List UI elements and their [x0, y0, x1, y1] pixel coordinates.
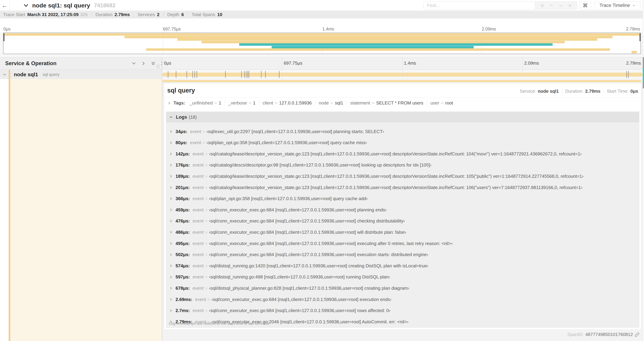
log-entry[interactable]: 80μs: event = ‹sql/plan_opt.go:358 [nsql… — [166, 137, 639, 148]
back-button[interactable]: ← — [0, 0, 10, 11]
log-entry[interactable]: 34μs: event = ‹sql/exec_util.go:2297 [ns… — [166, 126, 639, 137]
scope-icon[interactable] — [540, 3, 544, 8]
log-equals: = — [202, 129, 205, 134]
chevron-right-icon[interactable] — [169, 174, 173, 178]
trace-stat: Duration 2.79ms — [92, 12, 134, 17]
stat-value: 2 — [157, 12, 160, 17]
chevron-right-icon[interactable] — [169, 208, 173, 212]
log-entry[interactable]: 366μs: event = ‹sql/plan_opt.go:358 [nsq… — [166, 193, 639, 204]
chevron-right-icon[interactable] — [169, 309, 173, 312]
log-entry[interactable]: 2.69ms: event = ‹sql/conn_executor_exec.… — [166, 294, 639, 305]
chevron-right-icon[interactable] — [169, 163, 173, 167]
minimap-left-drag-handle[interactable] — [4, 33, 4, 41]
clear-find-icon[interactable] — [568, 3, 572, 8]
log-field-value: ‹sql/catalog/lease/descriptor_version_st… — [209, 174, 584, 179]
chevron-right-icon[interactable] — [169, 241, 173, 245]
chevron-right-icon[interactable] — [169, 130, 173, 133]
chevron-right-icon[interactable] — [169, 253, 173, 257]
log-entry[interactable]: 678μs: event = ‹sql/distsql_physical_pla… — [166, 283, 639, 294]
chevron-down-icon[interactable] — [2, 72, 7, 77]
tag-item[interactable]: _verbose = 1 — [225, 101, 259, 106]
tag-item[interactable]: client = 127.0.0.1:59936 — [259, 101, 316, 106]
chevron-right-icon[interactable] — [169, 264, 173, 268]
meta-value: node sql1 — [538, 89, 559, 94]
chevron-right-icon[interactable] — [169, 186, 173, 189]
collapse-all-button[interactable] — [150, 61, 156, 66]
column-resize-handle[interactable]: || — [157, 63, 160, 69]
next-match-icon[interactable] — [558, 3, 563, 8]
timeline-tick-label: 1.4ms — [404, 61, 416, 66]
log-field-value: ‹sql/distsql_running.go:498 [nsql1,clien… — [209, 274, 390, 280]
chevron-down-icon[interactable] — [23, 2, 29, 9]
chevron-right-icon[interactable] — [169, 275, 173, 279]
log-timestamp: 486μs: — [176, 230, 190, 235]
tag-item[interactable]: statement = SELECT * FROM users — [347, 101, 427, 106]
chevron-right-icon[interactable] — [169, 297, 173, 301]
span-row-timeline[interactable] — [162, 70, 644, 79]
tags-row[interactable]: Tags: _unfinished = 1 _verbose = 1 clien… — [164, 98, 641, 109]
log-entry[interactable]: 495μs: event = ‹sql/conn_executor_exec.g… — [166, 238, 639, 249]
stat-value: 10 — [217, 12, 222, 17]
log-entry[interactable]: 597μs: event = ‹sql/distsql_running.go:4… — [166, 271, 639, 283]
minimap-right-drag-handle[interactable] — [640, 33, 640, 41]
log-entry[interactable]: 574μs: event = ‹sql/distsql_running.go:1… — [166, 260, 639, 271]
chevron-right-icon[interactable] — [169, 152, 173, 156]
log-entry[interactable]: 476μs: event = ‹sql/conn_executor_exec.g… — [166, 216, 639, 227]
find-input[interactable] — [424, 2, 535, 9]
chevron-right-icon[interactable] — [169, 286, 173, 290]
log-field-value: ‹sql/distsql_running.go:1420 [nsql1,clie… — [209, 263, 428, 269]
service-operation-header: Service & Operation || — [0, 57, 162, 70]
log-entry[interactable]: 201μs: event = ‹sql/catalog/lease/descri… — [166, 182, 639, 193]
tags-label: Tags: — [174, 100, 185, 106]
chevron-right-icon[interactable] — [169, 230, 173, 234]
deep-link-icon[interactable] — [635, 332, 640, 337]
log-entry[interactable]: 176μs: event = ‹sql/catalog/descs/descri… — [166, 160, 639, 171]
stat-value: 2.79ms — [114, 12, 130, 17]
log-event-tick — [225, 71, 226, 78]
chevron-right-icon[interactable] — [169, 197, 173, 201]
log-entry[interactable]: 2.7ms: event = ‹sql/conn_executor_exec.g… — [166, 305, 639, 316]
tag-item[interactable]: user = root — [427, 101, 456, 106]
tag-item[interactable]: node = sql1 — [316, 101, 347, 106]
chevron-right-icon[interactable] — [169, 141, 173, 145]
log-field-key: event — [195, 297, 206, 302]
chevron-right-icon[interactable] — [169, 219, 173, 223]
log-entry[interactable]: 502μs: event = ‹sql/conn_executor_exec.g… — [166, 249, 639, 260]
log-field-key: event — [192, 162, 204, 168]
minimap-span-bar — [272, 46, 474, 48]
tag-key: client — [262, 100, 273, 106]
view-selector-button[interactable]: Trace Timeline — [594, 2, 640, 10]
log-entry[interactable]: 189μs: event = ‹sql/catalog/lease/descri… — [166, 171, 639, 182]
span-detail-operation: sql query — [167, 87, 195, 94]
prev-match-icon[interactable] — [549, 3, 554, 8]
span-detail-card: sql query Service:node sql1 Duration:2.7… — [164, 83, 642, 330]
log-field-value: ‹sql/plan_opt.go:358 [nsql1,client=127.0… — [206, 140, 367, 145]
span-service-name[interactable]: node sql1 — [14, 72, 38, 78]
tag-key: node — [319, 100, 329, 106]
log-equals: = — [205, 218, 208, 224]
keyboard-shortcuts-button[interactable]: ⌘ — [580, 2, 591, 10]
tag-equals: = — [275, 100, 277, 106]
log-equals: = — [202, 140, 205, 145]
collapse-one-button[interactable] — [131, 61, 137, 66]
span-row[interactable]: node sql1 sql query — [0, 70, 644, 79]
log-entry[interactable]: 142μs: event = ‹sql/catalog/lease/descri… — [166, 148, 639, 159]
log-timestamp: 34μs: — [176, 129, 187, 134]
span-row-name-column[interactable]: node sql1 sql query — [0, 70, 162, 79]
tag-item[interactable]: _unfinished = 1 — [186, 101, 225, 106]
log-timestamp: 476μs: — [176, 218, 190, 224]
right-scrollbar[interactable] — [642, 0, 644, 341]
minimap-span-bar — [632, 51, 636, 53]
chevron-right-icon — [141, 61, 146, 66]
log-entry[interactable]: 459μs: event = ‹sql/conn_executor_exec.g… — [166, 204, 639, 215]
trace-minimap[interactable] — [3, 33, 641, 54]
log-entry[interactable]: 486μs: event = ‹sql/conn_executor_exec.g… — [166, 227, 639, 238]
stat-value: March 31 2022, 17:25:09 — [27, 12, 78, 17]
log-equals: = — [205, 285, 208, 291]
log-equals: = — [205, 274, 208, 280]
logs-header[interactable]: Logs (18) — [166, 112, 639, 123]
panel-divider[interactable] — [162, 57, 162, 341]
span-id-value: 4877749850101760812 — [585, 332, 633, 337]
chevron-right-icon[interactable] — [167, 101, 171, 105]
expand-one-button[interactable] — [140, 61, 146, 66]
